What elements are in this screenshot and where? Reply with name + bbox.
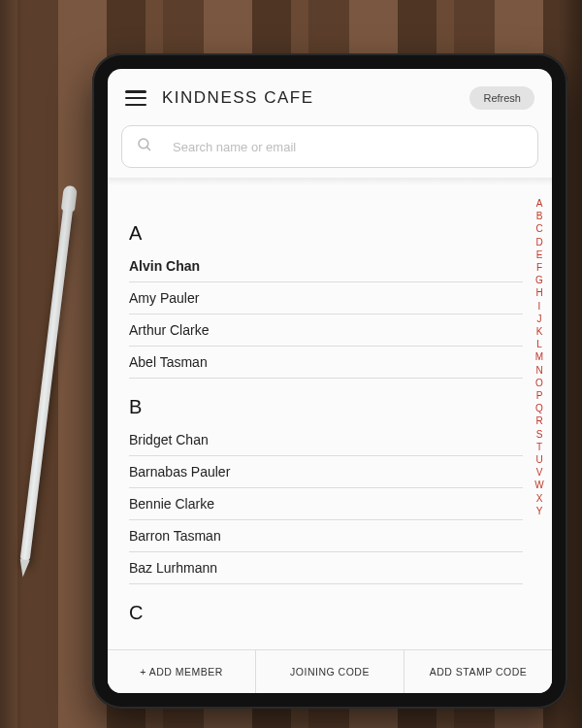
alpha-index-letter[interactable]: S [533, 428, 546, 441]
alpha-index-letter[interactable]: Y [533, 505, 546, 517]
search-icon [136, 136, 153, 157]
alpha-index-letter[interactable]: B [533, 210, 546, 222]
alpha-index-letter[interactable]: H [533, 286, 546, 299]
tablet-frame: KINDNESS CAFE Refresh AAlvin ChanAmy Pau… [92, 53, 567, 709]
section-header: B [129, 396, 523, 418]
search-input[interactable] [173, 140, 524, 154]
alpha-index-letter[interactable]: E [533, 248, 546, 261]
list-item[interactable]: Barron Tasman [129, 520, 523, 552]
top-bar: KINDNESS CAFE Refresh [108, 69, 552, 119]
section-header: C [129, 602, 523, 624]
alpha-index-letter[interactable]: D [533, 236, 546, 248]
alpha-index-letter[interactable]: K [533, 325, 546, 338]
refresh-button[interactable]: Refresh [469, 86, 534, 110]
alpha-index-letter[interactable]: F [533, 261, 546, 274]
add-stamp-code-button[interactable]: ADD STAMP CODE [404, 650, 552, 693]
alpha-index-letter[interactable]: U [533, 453, 546, 466]
svg-line-1 [146, 147, 150, 150]
alpha-index-letter[interactable]: Q [533, 402, 546, 414]
list-item[interactable]: Arthur Clarke [129, 314, 523, 347]
alpha-index-letter[interactable]: W [533, 479, 546, 491]
member-list[interactable]: AAlvin ChanAmy PaulerArthur ClarkeAbel T… [108, 185, 552, 649]
alpha-index-letter[interactable]: T [533, 441, 546, 453]
alpha-index-letter[interactable]: A [533, 197, 546, 210]
app-title: KINDNESS CAFE [162, 88, 313, 108]
desk-surface: KINDNESS CAFE Refresh AAlvin ChanAmy Pau… [0, 0, 582, 728]
header-shadow [108, 178, 552, 185]
alpha-index-letter[interactable]: O [533, 377, 546, 389]
alpha-index-letter[interactable]: X [533, 492, 546, 505]
bottom-bar: + ADD MEMBER JOINING CODE ADD STAMP CODE [108, 649, 552, 693]
section-header: A [129, 222, 523, 245]
alpha-index-letter[interactable]: C [533, 222, 546, 235]
list-item[interactable]: Abel Tasman [129, 347, 523, 379]
list-item[interactable]: Amy Pauler [129, 282, 523, 314]
list-item[interactable]: Barnabas Pauler [129, 456, 523, 488]
alpha-index-letter[interactable]: R [533, 414, 546, 427]
alpha-index-letter[interactable]: V [533, 466, 546, 479]
stylus [19, 205, 73, 562]
alpha-index-letter[interactable]: I [533, 300, 546, 313]
list-item[interactable]: Bennie Clarke [129, 488, 523, 520]
menu-icon[interactable] [125, 90, 146, 106]
joining-code-button[interactable]: JOINING CODE [255, 650, 404, 693]
app-screen: KINDNESS CAFE Refresh AAlvin ChanAmy Pau… [108, 69, 552, 693]
alpha-index-letter[interactable]: L [533, 338, 546, 350]
alpha-index-rail[interactable]: ABCDEFGHIJKLMNOPQRSTUVWXY [533, 197, 546, 638]
svg-point-0 [139, 139, 148, 149]
list-item[interactable]: Alvin Chan [129, 250, 523, 282]
alpha-index-letter[interactable]: N [533, 364, 546, 377]
alpha-index-letter[interactable]: J [533, 313, 546, 325]
alpha-index-letter[interactable]: G [533, 274, 546, 286]
search-field[interactable] [121, 125, 538, 168]
alpha-index-letter[interactable]: P [533, 389, 546, 402]
add-member-button[interactable]: + ADD MEMBER [108, 650, 255, 693]
list-item[interactable]: Baz Lurhmann [129, 552, 523, 584]
list-item[interactable]: Bridget Chan [129, 424, 523, 456]
alpha-index-letter[interactable]: M [533, 350, 546, 363]
